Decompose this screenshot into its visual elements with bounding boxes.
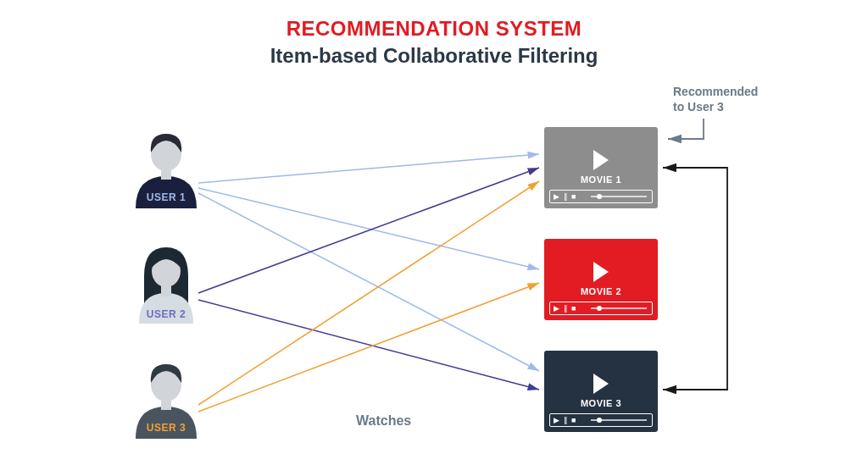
play-icon bbox=[593, 150, 609, 170]
user-2: USER 2 bbox=[124, 242, 209, 330]
movie-1: MOVIE 1 ▶ ‖ ■ bbox=[544, 127, 658, 208]
user-1: USER 1 bbox=[124, 127, 209, 215]
player-bar-icon: ▶ ‖ ■ bbox=[549, 302, 653, 315]
movie-2-label: MOVIE 2 bbox=[544, 286, 658, 296]
recommended-note-line1: Recommended bbox=[673, 85, 758, 98]
edge-user2-movie1 bbox=[198, 168, 539, 293]
user-avatar-icon bbox=[124, 242, 209, 324]
player-bar-icon: ▶ ‖ ■ bbox=[549, 190, 653, 203]
edge-user1-movie1 bbox=[198, 154, 539, 183]
movie-1-label: MOVIE 1 bbox=[544, 174, 658, 185]
recommended-note-line2: to User 3 bbox=[673, 100, 724, 114]
watches-label: Watches bbox=[356, 413, 411, 429]
player-bar-icon: ▶ ‖ ■ bbox=[549, 413, 653, 427]
edge-user3-movie1 bbox=[198, 181, 539, 405]
play-icon bbox=[593, 374, 609, 394]
user-3: USER 3 bbox=[124, 357, 209, 446]
edge-user2-movie3 bbox=[198, 300, 539, 390]
edge-user3-movie2 bbox=[198, 283, 539, 412]
users-column: USER 1 USER 2 USER 3 bbox=[124, 127, 209, 454]
similarity-arrow-to-movie3 bbox=[663, 168, 727, 390]
movie-2: MOVIE 2 ▶ ‖ ■ bbox=[544, 239, 658, 320]
edge-user1-movie3 bbox=[198, 193, 539, 371]
diagram-title: RECOMMENDATION SYSTEM bbox=[0, 17, 868, 41]
header: RECOMMENDATION SYSTEM Item-based Collabo… bbox=[0, 0, 868, 68]
user-avatar-icon bbox=[124, 357, 209, 439]
diagram-subtitle: Item-based Collaborative Filtering bbox=[0, 44, 868, 68]
recommended-note: Recommended to User 3 bbox=[673, 85, 758, 114]
movies-column: MOVIE 1 ▶ ‖ ■ MOVIE 2 ▶ ‖ ■ MOVIE 3 ▶ ‖ … bbox=[544, 127, 658, 454]
user-avatar-icon bbox=[124, 127, 209, 208]
recommended-note-arrow bbox=[668, 119, 704, 139]
play-icon bbox=[593, 262, 609, 282]
edge-user1-movie2 bbox=[198, 188, 539, 269]
movie-3-label: MOVIE 3 bbox=[544, 398, 658, 408]
movie-3: MOVIE 3 ▶ ‖ ■ bbox=[544, 351, 658, 432]
